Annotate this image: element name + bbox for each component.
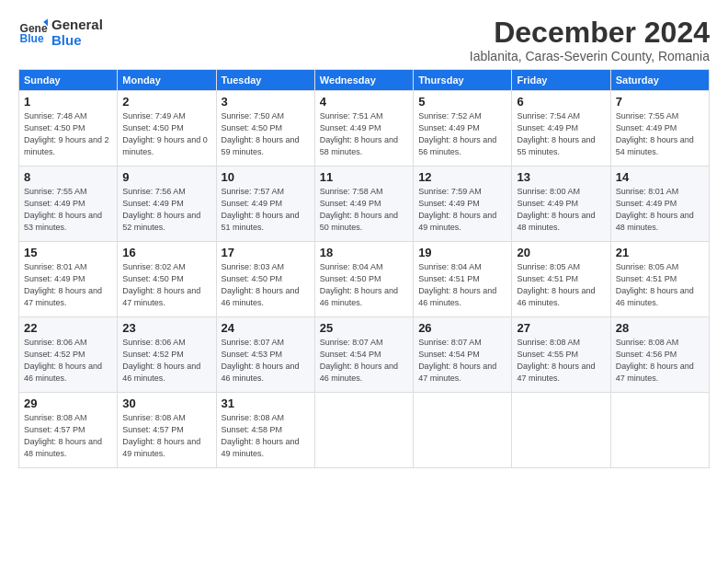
calendar-week-row: 15Sunrise: 8:01 AM Sunset: 4:49 PM Dayli… [19,242,710,317]
day-info: Sunrise: 8:07 AM Sunset: 4:54 PM Dayligh… [418,337,506,385]
day-number: 7 [616,95,704,109]
table-row: 28Sunrise: 8:08 AM Sunset: 4:56 PM Dayli… [610,317,709,393]
table-row: 19Sunrise: 8:04 AM Sunset: 4:51 PM Dayli… [414,242,512,317]
day-number: 11 [320,170,408,184]
table-row: 2Sunrise: 7:49 AM Sunset: 4:50 PM Daylig… [118,91,216,167]
day-info: Sunrise: 8:03 AM Sunset: 4:50 PM Dayligh… [222,261,310,309]
day-info: Sunrise: 8:08 AM Sunset: 4:57 PM Dayligh… [122,412,210,460]
table-row: 26Sunrise: 8:07 AM Sunset: 4:54 PM Dayli… [414,317,512,393]
day-number: 8 [24,170,112,184]
day-info: Sunrise: 8:06 AM Sunset: 4:52 PM Dayligh… [24,337,112,385]
day-info: Sunrise: 8:07 AM Sunset: 4:53 PM Dayligh… [222,337,310,385]
table-row: 14Sunrise: 8:01 AM Sunset: 4:49 PM Dayli… [610,167,709,242]
table-row: 15Sunrise: 8:01 AM Sunset: 4:49 PM Dayli… [19,242,118,317]
day-info: Sunrise: 7:52 AM Sunset: 4:49 PM Dayligh… [418,110,506,158]
day-number: 4 [320,95,408,109]
calendar-body: 1Sunrise: 7:48 AM Sunset: 4:50 PM Daylig… [19,91,710,468]
col-tuesday: Tuesday [216,70,314,91]
day-info: Sunrise: 7:50 AM Sunset: 4:50 PM Dayligh… [222,110,310,158]
table-row: 4Sunrise: 7:51 AM Sunset: 4:49 PM Daylig… [314,91,413,167]
day-info: Sunrise: 8:00 AM Sunset: 4:49 PM Dayligh… [517,186,605,234]
table-row: 9Sunrise: 7:56 AM Sunset: 4:49 PM Daylig… [118,167,216,242]
day-number: 13 [517,170,605,184]
table-row [314,393,413,468]
day-info: Sunrise: 7:48 AM Sunset: 4:50 PM Dayligh… [24,110,112,158]
day-number: 10 [222,170,310,184]
day-info: Sunrise: 8:04 AM Sunset: 4:51 PM Dayligh… [418,261,506,309]
day-info: Sunrise: 8:02 AM Sunset: 4:50 PM Dayligh… [122,261,210,309]
day-info: Sunrise: 8:06 AM Sunset: 4:52 PM Dayligh… [122,337,210,385]
title-block: December 2024 Iablanita, Caras-Severin C… [470,17,710,63]
day-number: 19 [418,246,506,259]
day-info: Sunrise: 8:08 AM Sunset: 4:58 PM Dayligh… [222,412,310,460]
table-row: 16Sunrise: 8:02 AM Sunset: 4:50 PM Dayli… [118,242,216,317]
day-info: Sunrise: 8:08 AM Sunset: 4:57 PM Dayligh… [24,412,112,460]
day-info: Sunrise: 8:07 AM Sunset: 4:54 PM Dayligh… [320,337,408,385]
day-number: 30 [122,396,210,410]
table-row: 1Sunrise: 7:48 AM Sunset: 4:50 PM Daylig… [19,91,118,167]
day-number: 21 [616,246,704,259]
day-number: 25 [320,321,408,335]
table-row: 21Sunrise: 8:05 AM Sunset: 4:51 PM Dayli… [610,242,709,317]
day-info: Sunrise: 8:08 AM Sunset: 4:56 PM Dayligh… [616,337,704,385]
day-number: 31 [222,396,310,410]
day-number: 29 [24,396,112,410]
day-number: 22 [24,321,112,335]
day-number: 16 [122,246,210,259]
page: General Blue General Blue December 2024 … [0,0,728,563]
table-row: 30Sunrise: 8:08 AM Sunset: 4:57 PM Dayli… [118,393,216,468]
day-info: Sunrise: 7:49 AM Sunset: 4:50 PM Dayligh… [122,110,210,158]
table-row [512,393,610,468]
table-row: 17Sunrise: 8:03 AM Sunset: 4:50 PM Dayli… [216,242,314,317]
day-info: Sunrise: 7:54 AM Sunset: 4:49 PM Dayligh… [517,110,605,158]
calendar-table: Sunday Monday Tuesday Wednesday Thursday… [18,69,710,468]
day-info: Sunrise: 7:55 AM Sunset: 4:49 PM Dayligh… [616,110,704,158]
table-row: 25Sunrise: 8:07 AM Sunset: 4:54 PM Dayli… [314,317,413,393]
table-row: 6Sunrise: 7:54 AM Sunset: 4:49 PM Daylig… [512,91,610,167]
day-number: 27 [517,321,605,335]
col-sunday: Sunday [19,70,118,91]
table-row: 12Sunrise: 7:59 AM Sunset: 4:49 PM Dayli… [414,167,512,242]
calendar-week-row: 29Sunrise: 8:08 AM Sunset: 4:57 PM Dayli… [19,393,710,468]
day-number: 2 [122,95,210,109]
table-row: 23Sunrise: 8:06 AM Sunset: 4:52 PM Dayli… [118,317,216,393]
col-friday: Friday [512,70,610,91]
calendar-week-row: 22Sunrise: 8:06 AM Sunset: 4:52 PM Dayli… [19,317,710,393]
table-row: 27Sunrise: 8:08 AM Sunset: 4:55 PM Dayli… [512,317,610,393]
day-number: 18 [320,246,408,259]
day-number: 28 [616,321,704,335]
day-number: 26 [418,321,506,335]
table-row: 10Sunrise: 7:57 AM Sunset: 4:49 PM Dayli… [216,167,314,242]
table-row: 22Sunrise: 8:06 AM Sunset: 4:52 PM Dayli… [19,317,118,393]
table-row: 7Sunrise: 7:55 AM Sunset: 4:49 PM Daylig… [610,91,709,167]
day-number: 23 [122,321,210,335]
logo-general: General [51,17,103,32]
day-number: 5 [418,95,506,109]
table-row: 20Sunrise: 8:05 AM Sunset: 4:51 PM Dayli… [512,242,610,317]
day-info: Sunrise: 7:51 AM Sunset: 4:49 PM Dayligh… [320,110,408,158]
day-info: Sunrise: 7:57 AM Sunset: 4:49 PM Dayligh… [222,186,310,234]
table-row: 24Sunrise: 8:07 AM Sunset: 4:53 PM Dayli… [216,317,314,393]
table-row [610,393,709,468]
logo: General Blue General Blue [18,17,103,49]
day-number: 20 [517,246,605,259]
table-row: 5Sunrise: 7:52 AM Sunset: 4:49 PM Daylig… [414,91,512,167]
day-info: Sunrise: 7:55 AM Sunset: 4:49 PM Dayligh… [24,186,112,234]
table-row: 29Sunrise: 8:08 AM Sunset: 4:57 PM Dayli… [19,393,118,468]
location: Iablanita, Caras-Severin County, Romania [470,49,710,63]
day-number: 9 [122,170,210,184]
day-number: 14 [616,170,704,184]
svg-text:Blue: Blue [20,32,44,45]
day-info: Sunrise: 8:01 AM Sunset: 4:49 PM Dayligh… [616,186,704,234]
day-number: 17 [222,246,310,259]
calendar-header-row: Sunday Monday Tuesday Wednesday Thursday… [19,70,710,91]
table-row: 3Sunrise: 7:50 AM Sunset: 4:50 PM Daylig… [216,91,314,167]
month-title: December 2024 [470,17,710,49]
day-number: 24 [222,321,310,335]
day-info: Sunrise: 8:04 AM Sunset: 4:50 PM Dayligh… [320,261,408,309]
logo-blue: Blue [51,32,103,48]
calendar-week-row: 1Sunrise: 7:48 AM Sunset: 4:50 PM Daylig… [19,91,710,167]
day-number: 1 [24,95,112,109]
day-number: 15 [24,246,112,259]
col-wednesday: Wednesday [314,70,413,91]
